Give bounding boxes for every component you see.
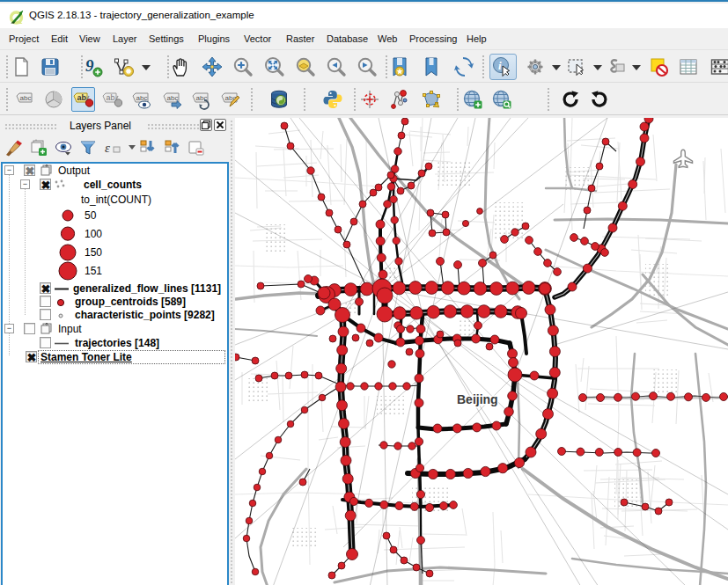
- svg-text:Beijing: Beijing: [457, 392, 498, 406]
- svg-text:i: i: [498, 59, 502, 72]
- svg-text:ab: ab: [77, 93, 87, 102]
- svg-text:9: 9: [85, 56, 94, 75]
- svg-text:abc: abc: [20, 94, 32, 102]
- svg-text:abc: abc: [167, 94, 179, 102]
- svg-text:ε: ε: [105, 141, 110, 155]
- svg-text:ab: ab: [107, 93, 115, 102]
